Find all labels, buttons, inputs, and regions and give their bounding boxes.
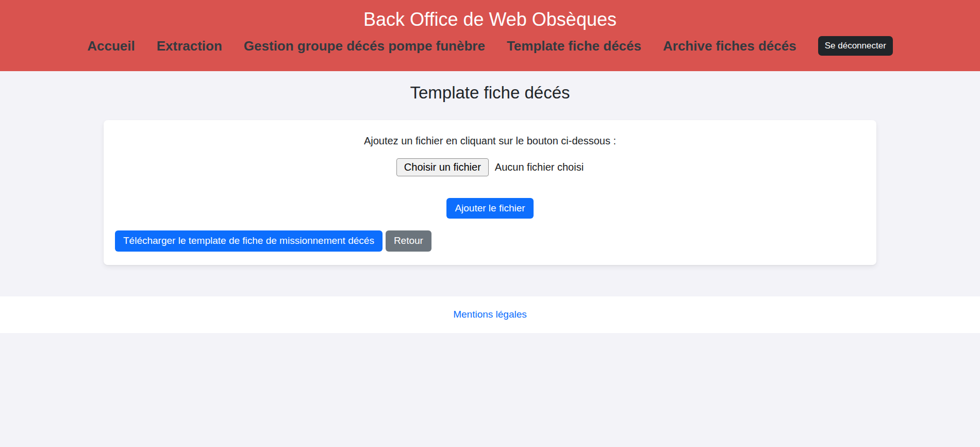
nav-item-extraction[interactable]: Extraction bbox=[157, 38, 222, 54]
app-title: Back Office de Web Obsèques bbox=[0, 8, 980, 31]
app-header: Back Office de Web Obsèques Accueil Extr… bbox=[0, 0, 980, 71]
file-status-text: Aucun fichier choisi bbox=[495, 161, 584, 173]
choose-file-button[interactable]: Choisir un fichier bbox=[396, 158, 489, 176]
nav-item-gestion-groupe-deces[interactable]: Gestion groupe décés pompe funèbre bbox=[244, 38, 485, 54]
upload-card: Ajoutez un fichier en cliquant sur le bo… bbox=[104, 120, 876, 265]
nav-item-archive-fiches-deces[interactable]: Archive fiches décés bbox=[663, 38, 796, 54]
submit-row: Ajouter le fichier bbox=[115, 198, 865, 219]
footer: Mentions légales bbox=[0, 296, 980, 333]
nav-item-accueil[interactable]: Accueil bbox=[87, 38, 135, 54]
file-input: Choisir un fichier Aucun fichier choisi bbox=[115, 158, 865, 176]
logout-button[interactable]: Se déconnecter bbox=[818, 36, 893, 56]
card-actions: Télécharger le template de fiche de miss… bbox=[115, 230, 865, 252]
main-content: Template fiche décés Ajoutez un fichier … bbox=[0, 82, 980, 333]
main-nav: Accueil Extraction Gestion groupe décés … bbox=[0, 36, 980, 56]
add-file-button[interactable]: Ajouter le fichier bbox=[446, 198, 533, 219]
page-title: Template fiche décés bbox=[0, 82, 980, 103]
upload-instruction: Ajoutez un fichier en cliquant sur le bo… bbox=[115, 135, 865, 147]
legal-notice-link[interactable]: Mentions légales bbox=[453, 309, 527, 320]
download-template-button[interactable]: Télécharger le template de fiche de miss… bbox=[115, 230, 383, 252]
back-button[interactable]: Retour bbox=[386, 230, 431, 252]
nav-item-template-fiche-deces[interactable]: Template fiche décés bbox=[507, 38, 641, 54]
